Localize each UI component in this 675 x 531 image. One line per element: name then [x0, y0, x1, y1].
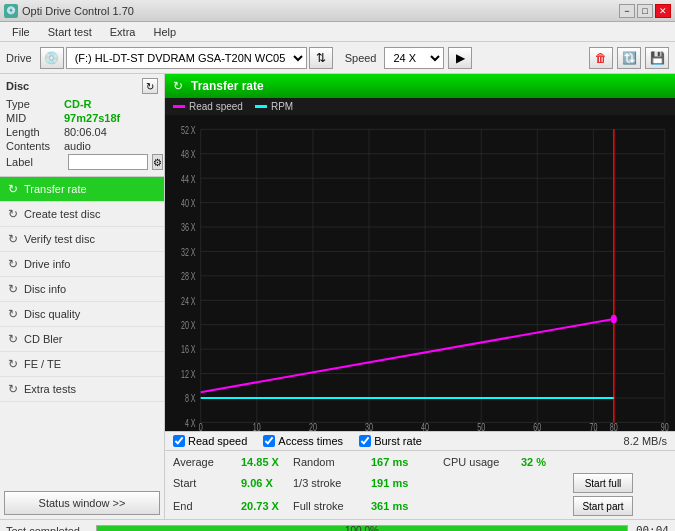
- nav-item-create-test-disc[interactable]: ↻ Create test disc: [0, 202, 164, 227]
- nav-icon-disc-info: ↻: [8, 282, 18, 296]
- save-btn[interactable]: 💾: [645, 47, 669, 69]
- svg-point-48: [611, 315, 617, 324]
- drive-refresh-btn[interactable]: ⇅: [309, 47, 333, 69]
- cb-burst-rate-input[interactable]: [359, 435, 371, 447]
- legend-read-speed: Read speed: [173, 101, 243, 112]
- progress-text: 100.0%: [97, 526, 627, 532]
- drive-icon-btn[interactable]: 💿: [40, 47, 64, 69]
- drive-select[interactable]: (F:) HL-DT-ST DVDRAM GSA-T20N WC05: [66, 47, 307, 69]
- nav-label-drive-info: Drive info: [24, 258, 70, 270]
- disc-type-value: CD-R: [64, 98, 92, 110]
- minimize-button[interactable]: −: [619, 4, 635, 18]
- nav-icon-drive-info: ↻: [8, 257, 18, 271]
- disc-type-label: Type: [6, 98, 64, 110]
- legend-rpm: RPM: [255, 101, 293, 112]
- cb-access-times-label: Access times: [278, 435, 343, 447]
- nav-icon-extra-tests: ↻: [8, 382, 18, 396]
- svg-text:0: 0: [199, 422, 203, 431]
- nav-item-drive-info[interactable]: ↻ Drive info: [0, 252, 164, 277]
- disc-length-label: Length: [6, 126, 64, 138]
- chart-legend: Read speed RPM: [165, 98, 675, 115]
- disc-mid-value: 97m27s18f: [64, 112, 120, 124]
- svg-text:36 X: 36 X: [181, 222, 196, 234]
- nav-label-verify-test-disc: Verify test disc: [24, 233, 95, 245]
- disc-label-icon-btn[interactable]: ⚙: [152, 154, 163, 170]
- disc-refresh-btn[interactable]: ↻: [142, 78, 158, 94]
- speed-select[interactable]: 24 X: [384, 47, 444, 69]
- nav-item-cd-bler[interactable]: ↻ CD Bler: [0, 327, 164, 352]
- nav-label-disc-info: Disc info: [24, 283, 66, 295]
- refresh-btn[interactable]: 🔃: [617, 47, 641, 69]
- svg-text:48 X: 48 X: [181, 149, 196, 161]
- start-value: 9.06 X: [233, 475, 293, 491]
- nav-icon-disc-quality: ↻: [8, 307, 18, 321]
- nav-icon-fe-te: ↻: [8, 357, 18, 371]
- random-label: Random: [293, 454, 363, 470]
- main-content: Disc ↻ Type CD-R MID 97m27s18f Length 80…: [0, 74, 675, 519]
- nav-item-transfer-rate[interactable]: ↻ Transfer rate: [0, 177, 164, 202]
- menu-file[interactable]: File: [4, 24, 38, 40]
- status-text: Test completed: [6, 525, 80, 532]
- cpu-label: CPU usage: [443, 456, 513, 468]
- disc-contents-row: Contents audio: [6, 140, 158, 152]
- legend-color-read-speed: [173, 105, 185, 108]
- chart-svg: 52 X 48 X 44 X 40 X 36 X 32 X 28 X 24 X …: [165, 115, 675, 431]
- svg-text:30: 30: [365, 422, 373, 431]
- disc-length-value: 80:06.04: [64, 126, 107, 138]
- menu-help[interactable]: Help: [145, 24, 184, 40]
- nav-item-disc-quality[interactable]: ↻ Disc quality: [0, 302, 164, 327]
- nav-label-fe-te: FE / TE: [24, 358, 61, 370]
- disc-label-label: Label: [6, 156, 64, 168]
- nav-item-verify-test-disc[interactable]: ↻ Verify test disc: [0, 227, 164, 252]
- svg-text:12 X: 12 X: [181, 369, 196, 381]
- cb-read-speed-label: Read speed: [188, 435, 247, 447]
- average-value: 14.85 X: [233, 454, 293, 470]
- start-full-btn[interactable]: Start full: [573, 473, 633, 493]
- status-bar: Test completed 100.0% 00:04: [0, 519, 675, 531]
- nav-item-disc-info[interactable]: ↻ Disc info: [0, 277, 164, 302]
- disc-header: Disc ↻: [6, 78, 158, 94]
- start-part-btn[interactable]: Start part: [573, 496, 633, 516]
- disc-section: Disc ↻ Type CD-R MID 97m27s18f Length 80…: [0, 74, 164, 177]
- disc-mid-row: MID 97m27s18f: [6, 112, 158, 124]
- menu-start-test[interactable]: Start test: [40, 24, 100, 40]
- title-bar-left: 💿 Opti Drive Control 1.70: [4, 4, 134, 18]
- close-button[interactable]: ✕: [655, 4, 671, 18]
- disc-label-input[interactable]: [68, 154, 148, 170]
- legend-color-rpm: [255, 105, 267, 108]
- nav-label-cd-bler: CD Bler: [24, 333, 63, 345]
- window-controls: − □ ✕: [619, 4, 671, 18]
- chart-area: 52 X 48 X 44 X 40 X 36 X 32 X 28 X 24 X …: [165, 115, 675, 431]
- disc-label-row: Label ⚙: [6, 154, 158, 170]
- legend-label-read-speed: Read speed: [189, 101, 243, 112]
- nav-icon-transfer-rate: ↻: [8, 182, 18, 196]
- cb-read-speed-input[interactable]: [173, 435, 185, 447]
- cb-read-speed: Read speed: [173, 435, 247, 447]
- disc-contents-label: Contents: [6, 140, 64, 152]
- maximize-button[interactable]: □: [637, 4, 653, 18]
- cb-access-times-input[interactable]: [263, 435, 275, 447]
- nav-label-transfer-rate: Transfer rate: [24, 183, 87, 195]
- nav-item-fe-te[interactable]: ↻ FE / TE: [0, 352, 164, 377]
- cb-burst-rate: Burst rate: [359, 435, 422, 447]
- speed-go-btn[interactable]: ▶: [448, 47, 472, 69]
- sidebar: Disc ↻ Type CD-R MID 97m27s18f Length 80…: [0, 74, 165, 519]
- svg-text:4 X: 4 X: [185, 417, 196, 429]
- cpu-value: 32 %: [513, 456, 573, 468]
- nav-item-extra-tests[interactable]: ↻ Extra tests: [0, 377, 164, 402]
- svg-text:70: 70: [589, 422, 597, 431]
- svg-text:32 X: 32 X: [181, 247, 196, 259]
- menu-extra[interactable]: Extra: [102, 24, 144, 40]
- burst-rate-value: 8.2 MB/s: [624, 435, 667, 447]
- timer-text: 00:04: [636, 524, 669, 531]
- chart-header-title: Transfer rate: [191, 79, 264, 93]
- svg-text:40 X: 40 X: [181, 198, 196, 210]
- chart-header-icon: ↻: [173, 79, 183, 93]
- status-window-btn[interactable]: Status window >>: [4, 491, 160, 515]
- erase-btn[interactable]: 🗑: [589, 47, 613, 69]
- nav-items: ↻ Transfer rate ↻ Create test disc ↻ Ver…: [0, 177, 164, 487]
- nav-icon-create-test-disc: ↻: [8, 207, 18, 221]
- cb-burst-rate-label: Burst rate: [374, 435, 422, 447]
- svg-text:16 X: 16 X: [181, 344, 196, 356]
- app-icon: 💿: [4, 4, 18, 18]
